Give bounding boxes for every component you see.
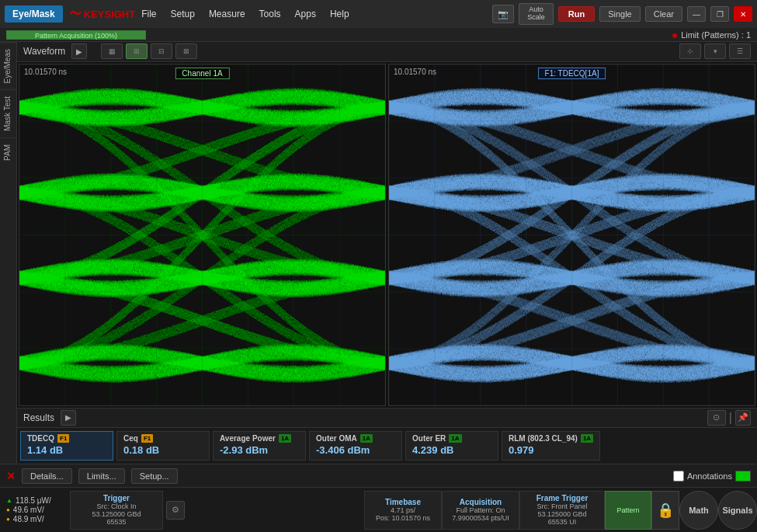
math-button[interactable]: Math	[679, 491, 718, 530]
lock-button[interactable]: 🔒	[651, 491, 679, 530]
acquisition-title: Acquisition	[460, 498, 502, 506]
auto-scale-button[interactable]: Auto Scale	[519, 3, 554, 25]
results-play-button[interactable]: ▶	[61, 410, 76, 426]
metric-card-3[interactable]: Outer OMA 1A -3.406 dBm	[309, 431, 402, 461]
metric-card-4[interactable]: Outer ER 1A 4.239 dB	[405, 431, 498, 461]
menu-button[interactable]: ☰	[729, 43, 751, 59]
metric-name-0: TDECQ	[27, 434, 54, 443]
close-button[interactable]: ✕	[734, 6, 752, 22]
results-pin-button[interactable]: 📌	[735, 410, 751, 426]
metrics-row: TDECQ F1 1.14 dB Ceq F1 0.18 dB Average …	[17, 428, 757, 464]
gear-button[interactable]: ⚙	[166, 501, 185, 520]
panel-right-timestamp: 10.01570 ns	[394, 68, 436, 76]
single-button[interactable]: Single	[599, 6, 641, 22]
metric-badge-4: 1A	[449, 434, 461, 443]
timebase-title: Timebase	[385, 498, 421, 506]
content-area: Eye/Meas Mask Test PAM Waveform ▶ ▦ ⊞ ⊟ …	[0, 42, 757, 464]
metric-badge-5: 1A	[581, 434, 593, 443]
metric-badge-0: F1	[57, 434, 69, 443]
signals-button[interactable]: Signals	[718, 491, 757, 530]
metric-value-0: 1.14 dB	[27, 444, 106, 456]
crosshair-button[interactable]: ⊹	[679, 43, 701, 59]
frame-trigger-val2: 53.125000 GBd	[537, 510, 586, 518]
results-header: Results ▶ ⊙ | 📌	[17, 408, 757, 428]
details-button[interactable]: Details...	[22, 468, 72, 484]
eye-mask-button[interactable]: Eye/Mask	[5, 5, 63, 23]
sidebar-tab-eye-meas[interactable]: Eye/Meas	[0, 42, 16, 89]
metric-value-3: -3.406 dBm	[316, 444, 395, 456]
metric-badge-3: 1A	[360, 434, 373, 443]
green-eye-diagram	[19, 64, 385, 405]
waveform-header: Waveform ▶ ▦ ⊞ ⊟ ⊠ ⊹ ▾ ☰	[17, 42, 757, 62]
blue-eye-diagram	[389, 64, 755, 405]
menu-help[interactable]: Help	[330, 9, 349, 19]
scope-panel-right: 10.01570 ns F1: TDECQ[1A]	[388, 64, 755, 406]
menu-file[interactable]: File	[141, 9, 156, 19]
limits-button[interactable]: Limits...	[78, 468, 125, 484]
trigger-title: Trigger	[103, 494, 130, 502]
metric-value-4: 4.239 dB	[412, 444, 491, 456]
menu-bar: File Setup Measure Tools Apps Help	[141, 9, 486, 19]
acquisition-section: Acquisition Full Pattern: On 7.99000534 …	[442, 491, 519, 530]
metric-card-1[interactable]: Ceq F1 0.18 dB	[116, 431, 210, 461]
results-separator: |	[729, 411, 732, 425]
waveform-play-button[interactable]: ▶	[71, 43, 87, 59]
frame-trigger-title: Frame Trigger	[536, 494, 589, 502]
pattern-label: Pattern	[616, 506, 639, 514]
acquisition-label: Pattern Acquisition (100%)	[7, 32, 145, 40]
wf-grid-btn-1[interactable]: ▦	[101, 43, 123, 59]
frame-trigger-val1: Src: Front Panel	[536, 502, 587, 510]
titlebar-controls: 📷 Auto Scale Run Single Clear — ❐ ✕	[492, 3, 752, 25]
acquisition-val2: 7.99000534 pts/UI	[452, 514, 509, 522]
x-icon[interactable]: ✕	[6, 470, 16, 482]
timebase-val1: 4.71 ps/	[391, 506, 415, 514]
scope-panel-left: 10.01570 ns Channel 1A	[19, 64, 386, 406]
metric-card-2[interactable]: Average Power 1A -2.93 dBm	[213, 431, 306, 461]
wf-grid-btn-3[interactable]: ⊟	[151, 43, 172, 59]
wf-grid-btn-4[interactable]: ⊠	[175, 43, 197, 59]
menu-measure[interactable]: Measure	[209, 9, 245, 19]
frame-trigger-val3: 65535 UI	[548, 518, 577, 526]
restore-button[interactable]: ❐	[710, 6, 729, 22]
panel-left-timestamp: 10.01570 ns	[24, 68, 67, 76]
menu-setup[interactable]: Setup	[171, 9, 195, 19]
setup-button[interactable]: Setup...	[131, 468, 178, 484]
menu-apps[interactable]: Apps	[295, 9, 316, 19]
sidebar-tab-pam[interactable]: PAM	[0, 137, 16, 167]
metric-name-4: Outer ER	[412, 434, 446, 443]
power-value-2: 49.6 mV/	[13, 506, 44, 514]
acquisition-val1: Full Pattern: On	[456, 506, 505, 514]
pattern-section: Pattern	[605, 491, 651, 530]
panel-right-label: F1: TDECQ[1A]	[538, 68, 606, 79]
camera-button[interactable]: 📷	[492, 5, 514, 23]
minimize-button[interactable]: —	[687, 6, 706, 22]
metric-badge-2: 1A	[279, 434, 291, 443]
annotations-color-indicator	[735, 471, 751, 482]
wf-grid-btn-2[interactable]: ⊞	[126, 43, 148, 59]
metric-card-0[interactable]: TDECQ F1 1.14 dB	[20, 431, 113, 461]
power-item-1: ▲ 118.5 μW/	[6, 496, 64, 505]
trigger-info: Src: Clock In 53.125000 GBd 65535	[92, 502, 141, 526]
power-section: ▲ 118.5 μW/ ● 49.6 mV/ ● 48.9 mV/	[0, 493, 70, 527]
sidebar-left: Eye/Meas Mask Test PAM	[0, 42, 17, 464]
menu-tools[interactable]: Tools	[259, 9, 281, 19]
run-button[interactable]: Run	[558, 6, 595, 22]
annotations-checkbox[interactable]	[673, 471, 684, 482]
metric-value-2: -2.93 dBm	[220, 444, 299, 456]
metric-badge-1: F1	[141, 434, 153, 443]
sidebar-tab-mask-test[interactable]: Mask Test	[0, 89, 16, 137]
power-item-2: ● 49.6 mV/	[6, 506, 64, 514]
results-title: Results	[23, 412, 54, 423]
timebase-val2: Pos: 10.01570 ns	[376, 514, 430, 522]
metric-name-3: Outer OMA	[316, 434, 357, 443]
acquisition-bar: Pattern Acquisition (100%) ● Limit (Patt…	[0, 28, 757, 42]
clear-button[interactable]: Clear	[645, 6, 682, 22]
panel-left-label: Channel 1A	[175, 68, 229, 79]
dropdown-button[interactable]: ▾	[704, 43, 726, 59]
results-collapse-button[interactable]: ⊙	[707, 410, 726, 426]
metric-card-5[interactable]: RLM (802.3 CL_94) 1A 0.979	[502, 431, 600, 461]
status-bar: ▲ 118.5 μW/ ● 49.6 mV/ ● 48.9 mV/ Trigge…	[0, 487, 757, 532]
app-wrapper: Eye/Mask 〜 KEYSIGHT File Setup Measure T…	[0, 0, 757, 532]
power-dot-3: ●	[6, 516, 10, 523]
waveform-title: Waveform	[23, 46, 65, 57]
